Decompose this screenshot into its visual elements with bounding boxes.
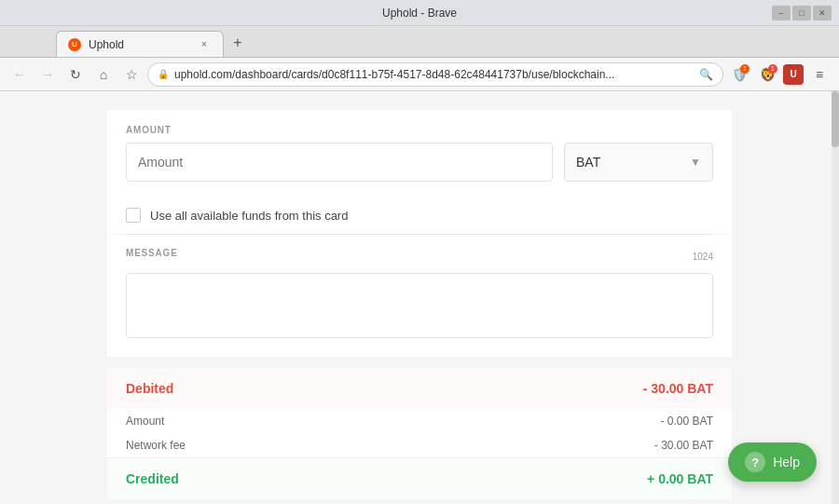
use-all-funds-checkbox[interactable] [126,208,141,223]
tab-favicon: U [68,38,81,51]
scrollbar-thumb[interactable] [832,91,839,147]
network-fee-label: Network fee [126,439,186,452]
use-all-funds-label[interactable]: Use all available funds from this card [150,209,348,223]
message-label: MESSAGE [126,248,178,258]
window-maximize[interactable]: □ [792,6,811,20]
home-button[interactable]: ⌂ [91,62,116,87]
active-tab[interactable]: U Uphold × [56,31,224,57]
menu-button[interactable]: ≡ [807,62,832,87]
tabs-bar: U Uphold × + [0,26,839,58]
debited-row: Debited - 30.00 BAT [107,368,732,409]
credited-label: Credited [126,471,179,486]
amount-label: AMOUNT [126,125,713,135]
search-icon: 🔍 [699,68,713,81]
tab-close-button[interactable]: × [197,37,212,52]
extension-button[interactable]: U [783,64,804,85]
currency-select[interactable]: BAT ▼ [564,143,713,182]
char-count: 1024 [693,252,713,262]
debited-value: - 30.00 BAT [643,381,713,396]
new-tab-button[interactable]: + [227,33,248,53]
window-title: Uphold - Brave [382,7,457,20]
back-button[interactable]: ← [7,62,32,87]
debited-label: Debited [126,381,173,396]
amount-row: BAT ▼ [126,143,713,182]
network-fee-row: Network fee - 30.00 BAT [107,433,732,457]
brave-shields-button[interactable]: 🛡️ 1 [727,62,751,87]
address-text: uphold.com/dashboard/cards/d0c8f111-b75f… [174,68,614,81]
forward-button[interactable]: → [35,62,60,87]
tab-label: Uphold [89,38,124,51]
credited-value: + 0.00 BAT [647,471,713,486]
shields-badge: 1 [740,64,750,74]
currency-value: BAT [576,155,600,170]
message-header: MESSAGE 1024 [126,248,713,266]
scrollbar-track[interactable] [832,91,839,504]
checkbox-row: Use all available funds from this card [107,197,732,234]
reload-button[interactable]: ↻ [63,62,88,87]
nav-bar: ← → ↻ ⌂ ☆ 🔒 uphold.com/dashboard/cards/d… [0,58,839,91]
window-controls[interactable]: – □ ✕ [772,6,832,20]
lock-icon: 🔒 [158,69,169,79]
brave-rewards-button[interactable]: 🦁 1 [755,62,779,87]
message-textarea[interactable] [126,273,713,338]
window-close[interactable]: ✕ [813,6,832,20]
help-button[interactable]: ? Help [728,443,817,482]
window-titlebar: Uphold - Brave – □ ✕ [0,0,839,26]
address-bar[interactable]: 🔒 uphold.com/dashboard/cards/d0c8f111-b7… [147,62,723,87]
network-fee-value: - 30.00 BAT [654,439,713,452]
chevron-down-icon: ▼ [690,156,701,169]
confirm-section: CONFIRM [107,499,732,504]
page-content: AMOUNT BAT ▼ Use all available funds fro… [0,91,839,504]
credited-row: Credited + 0.00 BAT [107,458,732,499]
amount-section: AMOUNT BAT ▼ [107,110,732,197]
bookmark-button[interactable]: ☆ [119,62,144,87]
amount-input[interactable] [126,143,553,182]
amount-detail-label: Amount [126,415,164,428]
help-label: Help [773,455,800,470]
nav-right: 🛡️ 1 🦁 1 U ≡ [727,62,832,87]
summary-section: Debited - 30.00 BAT Amount - 0.00 BAT Ne… [107,368,732,499]
message-section: MESSAGE 1024 [107,235,732,357]
amount-detail-row: Amount - 0.00 BAT [107,409,732,433]
window-minimize[interactable]: – [772,6,791,20]
help-icon: ? [745,452,765,472]
amount-detail-value: - 0.00 BAT [661,415,713,428]
rewards-badge: 1 [768,64,777,74]
